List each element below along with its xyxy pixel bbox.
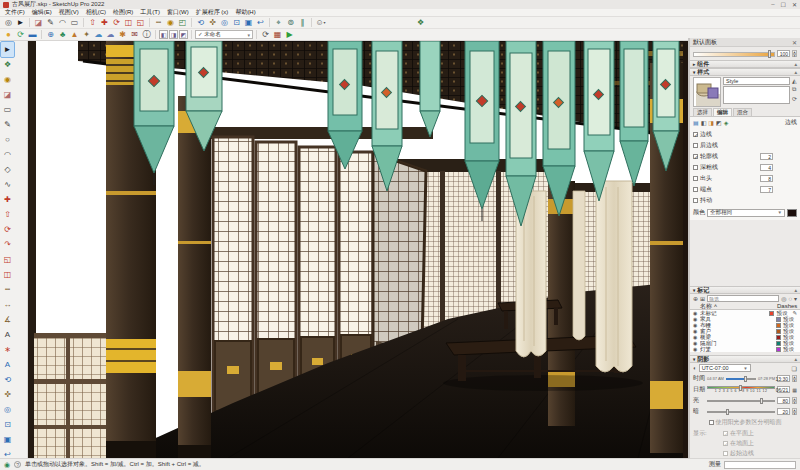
previous-view-icon[interactable]: ↩ [255,17,266,28]
polygon-tool[interactable]: ◇ [1,162,14,177]
panel-tags-header[interactable]: ▾标记▴ [690,286,800,294]
tag-color-swatch[interactable] [776,347,781,352]
make-component-tool[interactable]: ❖ [1,57,14,72]
box-view-top-icon[interactable]: ◨ [169,30,178,39]
zoom-extents-icon[interactable]: ▣ [243,17,254,28]
style-tab-1[interactable]: 编辑 [713,108,732,116]
menu-item-7[interactable]: 扩展程序 (x) [196,8,229,17]
close-button[interactable]: ✕ [792,1,797,8]
shadow-dialog-icon[interactable]: ❏ [792,365,797,372]
time-value[interactable]: 13:30 [777,375,790,382]
orbit-icon[interactable]: ⟲ [195,17,206,28]
position-camera-icon[interactable]: ⌖ [273,17,284,28]
edge-option-checkbox-6[interactable] [693,198,698,203]
tray-close-icon[interactable]: ✕ [792,39,797,46]
tag-visible-icon[interactable]: ◉ [693,346,698,352]
shadow-toggle-icon[interactable]: ◐ [693,365,697,371]
edge-option-checkbox-4[interactable] [693,176,698,181]
axes-tool[interactable]: ∗ [1,342,14,357]
light-value[interactable]: 80 [777,397,790,404]
maximize-button[interactable]: ☐ [781,1,786,8]
section-plane-icon[interactable]: ◰ [177,17,188,28]
scale-tool[interactable]: ◱ [1,252,14,267]
tag-color-swatch[interactable] [776,341,781,346]
date-picker-icon[interactable]: ▦ [792,387,797,393]
pan-icon[interactable]: ✜ [207,17,218,28]
freehand-tool[interactable]: ∿ [1,177,14,192]
arc-tool[interactable]: ◠ [1,147,14,162]
use-sun-checkbox[interactable] [709,420,714,425]
tag-purge-icon[interactable]: ◌ [788,296,792,302]
eraser-icon[interactable]: ◪ [33,17,44,28]
background-settings-icon[interactable]: ◨ [708,119,714,126]
user-account-icon[interactable]: ☺▾ [315,17,326,28]
follow-me-tool[interactable]: ↷ [1,237,14,252]
select-tool[interactable]: ► [1,42,14,57]
tag-row-6[interactable]: ◉灯笼预设 [690,346,800,352]
tag-color-swatch[interactable] [776,329,781,334]
date-slider[interactable]: 1 2 3 4 5 6 7 8 9 10 11 12 [707,386,775,393]
minimize-button[interactable]: – [771,1,774,8]
rectangle-tool[interactable]: ▭ [1,102,14,117]
measurements-input[interactable] [724,461,796,469]
pattern-icon[interactable]: ✦ [81,29,92,40]
help-icon[interactable]: ? [14,461,21,468]
menu-item-4[interactable]: 绘图(R) [113,8,133,17]
date-value[interactable]: 06/21 [777,386,790,393]
edge-option-checkbox-2[interactable]: ✓ [693,154,698,159]
style-tab-2[interactable]: 混合 [733,108,752,116]
edge-option-value-2[interactable]: 2 [760,153,773,160]
time-slider[interactable] [726,375,756,382]
tag-color-swatch[interactable] [776,323,781,328]
menu-item-8[interactable]: 帮助(H) [235,8,255,17]
rotate-tool[interactable]: ⟳ [1,222,14,237]
plugin-refresh-icon[interactable]: ⟳ [15,29,26,40]
zoom-window-icon[interactable]: ⊡ [231,17,242,28]
menu-item-0[interactable]: 文件(F) [5,8,25,17]
add-location-icon[interactable]: ⊕ [45,29,56,40]
box-view-front-icon[interactable]: ◩ [179,30,188,39]
style-description-field[interactable] [723,86,790,104]
settings-icon[interactable]: ✱ [117,29,128,40]
line-tool[interactable]: ✎ [1,117,14,132]
edge-option-checkbox-5[interactable] [693,187,698,192]
tag-dash-style[interactable]: 预设 [783,346,797,353]
menu-item-1[interactable]: 编辑(E) [32,8,52,17]
paint-bucket-icon[interactable]: ◉ [165,17,176,28]
light-spinner[interactable]: ▲▼ [792,397,797,404]
tag-search-icon[interactable]: ◎ [781,295,786,302]
style-name-field[interactable]: Style [723,77,790,85]
dark-slider[interactable] [707,408,775,415]
opacity-slider[interactable] [693,49,775,58]
dark-value[interactable]: 20 [777,408,790,415]
time-spinner[interactable]: ▲▼ [792,375,797,382]
tags-col-dashes[interactable]: Dashes [777,303,797,309]
zoom-tool[interactable]: ◎ [1,402,14,417]
scene-update-icon[interactable]: ⟳ [260,29,271,40]
view-style-dropdown[interactable]: ✓ 未命名▾ [195,30,253,39]
component-options-icon[interactable]: ❖ [415,17,426,28]
tag-color-swatch[interactable] [776,317,781,322]
panel-styles-header[interactable]: ▾样式▴ [690,68,800,76]
plugin-layers-icon[interactable]: ▬ [27,29,38,40]
face-settings-icon[interactable]: ◧ [701,119,707,126]
line-tool-icon[interactable]: ✎ [45,17,56,28]
shadow-display-checkbox-1[interactable]: ✓ [723,441,728,446]
tape-measure-icon[interactable]: ┉ [153,17,164,28]
offset-tool[interactable]: ◫ [1,267,14,282]
play-animation-icon[interactable]: ▶ [284,29,295,40]
zoom-icon[interactable]: ◎ [219,17,230,28]
rotate-tool-icon[interactable]: ⟳ [111,17,122,28]
scale-tool-icon[interactable]: ◱ [135,17,146,28]
style-new-icon[interactable]: ⧉ [792,86,797,93]
menu-item-6[interactable]: 窗口(W) [167,8,189,17]
look-around-icon[interactable]: ⊚ [285,17,296,28]
arc-tool-icon[interactable]: ◠ [57,17,68,28]
edge-option-checkbox-0[interactable]: ✓ [693,132,698,137]
search-icon[interactable]: ◎ [3,17,14,28]
menu-item-3[interactable]: 相机(C) [86,8,106,17]
style-refresh-icon[interactable]: ⟳ [792,95,797,102]
light-slider[interactable] [707,397,775,404]
move-tool-icon[interactable]: ✚ [99,17,110,28]
zoom-extents-tool[interactable]: ▣ [1,432,14,447]
